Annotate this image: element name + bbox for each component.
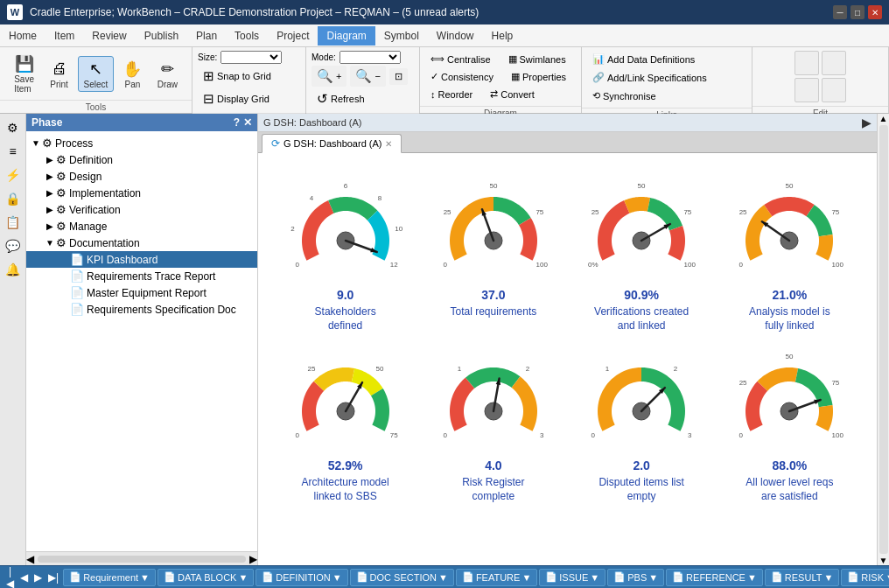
- select-button[interactable]: ↖ Select: [78, 56, 115, 92]
- statusbar-item-definition[interactable]: 📄 DEFINITION ▼: [256, 569, 347, 586]
- side-icon-settings[interactable]: ⚙: [3, 117, 24, 138]
- panel-close-icon[interactable]: ✕: [243, 116, 252, 129]
- nav-first-button[interactable]: |◀: [4, 565, 17, 588]
- close-button[interactable]: ✕: [868, 5, 882, 19]
- statusbar-item-feature[interactable]: 📄 FEATURE ▼: [456, 569, 537, 586]
- draw-button[interactable]: ✏ Draw: [150, 56, 184, 92]
- snap-to-grid-button[interactable]: ⊞ Snap to Grid: [198, 66, 276, 87]
- edit-btn-4[interactable]: [822, 78, 846, 102]
- tree-item-documentation[interactable]: ▼ ⚙ Documentation: [26, 234, 257, 251]
- right-scrollbar[interactable]: ▲ ▼: [877, 114, 889, 565]
- statusbar-item-data-block[interactable]: 📄 DATA BLOCK ▼: [158, 569, 254, 586]
- scroll-up-button[interactable]: ▲: [878, 114, 890, 123]
- fit-button[interactable]: ⊡: [389, 68, 408, 85]
- left-panel-header: Phase ? ✕: [26, 114, 257, 131]
- side-icon-comment[interactable]: 💬: [3, 235, 24, 256]
- edit-btn-3[interactable]: [794, 78, 819, 102]
- tree-toggle[interactable]: ▼: [30, 138, 42, 148]
- scroll-down-button[interactable]: ▼: [878, 556, 890, 565]
- statusbar-item-pbs[interactable]: 📄 PBS ▼: [607, 569, 664, 586]
- tab-close-button[interactable]: ✕: [385, 139, 392, 149]
- pan-button[interactable]: ✋ Pan: [116, 56, 149, 92]
- statusbar-item-doc-section[interactable]: 📄 DOC SECTION ▼: [350, 569, 454, 586]
- print-button[interactable]: 🖨 Print: [43, 56, 76, 92]
- scroll-left-button[interactable]: ◀: [26, 553, 34, 565]
- side-icon-bell[interactable]: 🔔: [3, 259, 24, 280]
- menu-item-help[interactable]: Help: [483, 26, 522, 46]
- side-icon-lock[interactable]: 🔒: [3, 188, 24, 209]
- menu-item-publish[interactable]: Publish: [136, 26, 187, 46]
- minimize-button[interactable]: ─: [833, 5, 847, 19]
- side-icon-list[interactable]: ≡: [3, 141, 24, 162]
- statusbar-item-issue[interactable]: 📄 ISSUE ▼: [539, 569, 606, 586]
- tree-item-master-equip-report[interactable]: 📄 Master Equipment Report: [26, 284, 257, 301]
- breadcrumb-arrow[interactable]: ▶: [862, 116, 872, 130]
- statusbar-item-requirement[interactable]: 📄 Requirement ▼: [63, 569, 156, 586]
- statusbar-item-reference[interactable]: 📄 REFERENCE ▼: [666, 569, 763, 586]
- size-dropdown[interactable]: [220, 51, 282, 64]
- nav-last-button[interactable]: ▶|: [46, 571, 61, 584]
- maximize-button[interactable]: □: [850, 5, 864, 19]
- gauge-stakeholders[interactable]: 0246810129.0Stakeholdersdefined: [276, 171, 415, 332]
- help-icon[interactable]: ?: [234, 116, 240, 129]
- edit-btn-1[interactable]: [794, 51, 819, 75]
- menu-item-project[interactable]: Project: [268, 26, 318, 46]
- tree-toggle[interactable]: ▼: [44, 238, 56, 248]
- tree-item-req-trace-report[interactable]: 📄 Requirements Trace Report: [26, 268, 257, 284]
- left-panel-scrollbar[interactable]: ◀ ▶: [26, 551, 257, 565]
- menu-item-plan[interactable]: Plan: [187, 26, 226, 46]
- gauge-architecture-model[interactable]: 025507552.9%Architecture modellinked to …: [276, 341, 415, 503]
- scroll-right-button[interactable]: ▶: [249, 553, 257, 565]
- tree-toggle[interactable]: ▶: [44, 188, 56, 198]
- nav-prev-button[interactable]: ◀: [18, 571, 31, 584]
- gauge-verifications[interactable]: 0%25507510090.9%Verifications createdand…: [572, 171, 711, 332]
- nav-next-button[interactable]: ▶: [32, 571, 45, 584]
- refresh-button[interactable]: ↺ Refresh: [312, 88, 370, 109]
- menu-item-home[interactable]: Home: [0, 26, 46, 46]
- menu-item-diagram[interactable]: Diagram: [318, 26, 374, 46]
- tree-item-implementation[interactable]: ▶ ⚙ Implementation: [26, 185, 257, 201]
- properties-button[interactable]: ▦ Properties: [506, 68, 571, 85]
- tree-toggle[interactable]: ▶: [44, 172, 56, 181]
- menu-item-window[interactable]: Window: [428, 26, 483, 46]
- tree-item-design[interactable]: ▶ ⚙ Design: [26, 168, 257, 185]
- mode-dropdown[interactable]: [340, 51, 401, 64]
- synchronise-button[interactable]: ⟲ Synchronise: [587, 88, 662, 104]
- centralise-button[interactable]: ⟺ Centralise: [425, 51, 496, 67]
- tree-toggle[interactable]: ▶: [44, 155, 56, 164]
- statusbar-item-risk[interactable]: 📄 RISK ▼: [841, 569, 889, 586]
- tab-dashboard[interactable]: ⟳ G DSH: Dashboard (A) ✕: [262, 134, 402, 153]
- tree-toggle[interactable]: ▶: [44, 221, 56, 231]
- reorder-button[interactable]: ↕ Reorder: [425, 86, 478, 102]
- convert-button[interactable]: ⇄ Convert: [485, 86, 540, 102]
- statusbar-item-result[interactable]: 📄 RESULT ▼: [765, 569, 839, 586]
- tree-toggle[interactable]: ▶: [44, 205, 56, 214]
- zoom-in-button[interactable]: 🔍+: [312, 66, 346, 87]
- tree-item-process[interactable]: ▼ ⚙ Process: [26, 135, 257, 151]
- gauge-risk-register[interactable]: 01234.0Risk Registercomplete: [424, 341, 563, 503]
- menu-item-review[interactable]: Review: [83, 26, 135, 46]
- gauge-disputed-items[interactable]: 01232.0Disputed items listempty: [572, 341, 711, 503]
- consistency-button[interactable]: ✓ Consistency: [425, 68, 499, 85]
- tree-item-definition[interactable]: ▶ ⚙ Definition: [26, 151, 257, 168]
- edit-btn-2[interactable]: [822, 51, 846, 75]
- menu-item-tools[interactable]: Tools: [226, 26, 268, 46]
- add-data-definitions-button[interactable]: 📊 Add Data Definitions: [587, 51, 700, 67]
- tree-item-kpi-dashboard[interactable]: 📄 KPI Dashboard: [26, 251, 257, 268]
- tree-item-manage[interactable]: ▶ ⚙ Manage: [26, 218, 257, 234]
- toolbar: 💾 SaveItem 🖨 Print ↖ Select ✋ Pan ✏ Draw…: [0, 47, 889, 114]
- zoom-out-button[interactable]: 🔍−: [350, 66, 385, 87]
- save-item-button[interactable]: 💾 SaveItem: [8, 51, 41, 96]
- gauge-lower-level-reqs[interactable]: 025507510088.0%All lower level reqsare s…: [720, 341, 859, 503]
- menu-item-symbol[interactable]: Symbol: [375, 26, 428, 46]
- side-icon-lightning[interactable]: ⚡: [3, 164, 24, 186]
- menu-item-item[interactable]: Item: [46, 26, 83, 46]
- add-link-specifications-button[interactable]: 🔗 Add/Link Specifications: [587, 69, 712, 86]
- gauge-total-requirements[interactable]: 025507510037.0Total requirements: [424, 171, 563, 332]
- gauge-analysis-model[interactable]: 025507510021.0%Analysis model isfully li…: [720, 171, 859, 332]
- tree-item-verification[interactable]: ▶ ⚙ Verification: [26, 201, 257, 218]
- tree-item-req-spec-doc[interactable]: 📄 Requirements Specification Doc: [26, 301, 257, 318]
- display-grid-button[interactable]: ⊟ Display Grid: [198, 88, 275, 109]
- swimlanes-button[interactable]: ▦ Swimlanes: [503, 51, 571, 67]
- side-icon-clipboard[interactable]: 📋: [3, 212, 24, 233]
